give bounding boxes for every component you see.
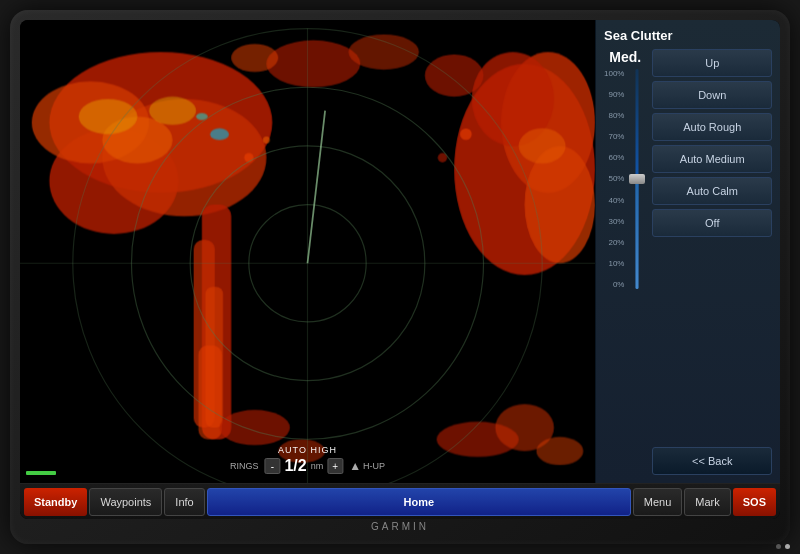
home-button[interactable]: Home (207, 488, 631, 516)
slider-thumb[interactable] (629, 174, 645, 184)
mark-button[interactable]: Mark (684, 488, 730, 516)
standby-button[interactable]: Standby (24, 488, 87, 516)
percentage-labels: 100% 90% 80% 70% 60% 50% 40% 30% 20% 10% (604, 69, 624, 289)
down-button[interactable]: Down (652, 81, 772, 109)
svg-point-18 (231, 44, 278, 72)
radar-info: AUTO HIGH RINGS - 1/2 nm + ▲ H-UP (230, 445, 385, 475)
range-increase-button[interactable]: + (327, 458, 343, 474)
auto-medium-button[interactable]: Auto Medium (652, 145, 772, 173)
svg-point-8 (210, 128, 229, 140)
up-button[interactable]: Up (652, 49, 772, 77)
radar-display: AUTO HIGH RINGS - 1/2 nm + ▲ H-UP (20, 20, 595, 483)
side-panel: Sea Clutter Med. 100% 90% 80% 70% 60% (595, 20, 780, 483)
off-button[interactable]: Off (652, 209, 772, 237)
svg-point-27 (219, 410, 289, 445)
sea-clutter-title: Sea Clutter (604, 28, 772, 43)
device-bottom: GARMIN (20, 519, 780, 534)
svg-point-14 (519, 128, 566, 163)
svg-rect-26 (198, 345, 221, 439)
heading-up-label: ▲ H-UP (349, 459, 385, 473)
svg-point-15 (266, 40, 360, 87)
dot-2 (785, 544, 790, 549)
dot-1 (776, 544, 781, 549)
info-button[interactable]: Info (164, 488, 204, 516)
slider-fill (636, 179, 639, 289)
slider-track-area[interactable] (628, 69, 646, 289)
status-bar-area (26, 471, 56, 475)
range-decrease-button[interactable]: - (264, 458, 280, 474)
slider-container: 100% 90% 80% 70% 60% 50% 40% 30% 20% 10% (604, 69, 646, 289)
svg-point-20 (263, 137, 270, 144)
slider-section: Med. 100% 90% 80% 70% 60% 50% 40% 30% (604, 49, 646, 475)
brand-logo: GARMIN (371, 519, 429, 534)
auto-rough-button[interactable]: Auto Rough (652, 113, 772, 141)
rings-row: RINGS - 1/2 nm + ▲ H-UP (230, 457, 385, 475)
svg-point-31 (536, 437, 583, 465)
clutter-controls: Med. 100% 90% 80% 70% 60% 50% 40% 30% (604, 49, 772, 475)
auto-high-label: AUTO HIGH (278, 445, 337, 455)
svg-point-6 (79, 99, 138, 134)
svg-point-17 (425, 54, 484, 96)
svg-point-19 (244, 153, 253, 162)
bottom-toolbar: Standby Waypoints Info Home Menu Mark SO… (20, 483, 780, 519)
svg-point-7 (149, 97, 196, 125)
menu-button[interactable]: Menu (633, 488, 683, 516)
status-indicator (26, 471, 56, 475)
screen: AUTO HIGH RINGS - 1/2 nm + ▲ H-UP (20, 20, 780, 519)
button-column: Up Down Auto Rough Auto Medium Auto Calm… (652, 49, 772, 475)
main-content: AUTO HIGH RINGS - 1/2 nm + ▲ H-UP (20, 20, 780, 483)
rings-label: RINGS (230, 461, 259, 471)
range-display: - 1/2 nm + (264, 457, 343, 475)
current-value-label: Med. (609, 49, 641, 65)
back-button[interactable]: << Back (652, 447, 772, 475)
auto-calm-button[interactable]: Auto Calm (652, 177, 772, 205)
dot-indicators (776, 544, 790, 549)
sos-button[interactable]: SOS (733, 488, 776, 516)
range-unit: nm (311, 461, 324, 471)
svg-point-21 (460, 128, 472, 140)
range-value: 1/2 (284, 457, 306, 475)
device-frame: AUTO HIGH RINGS - 1/2 nm + ▲ H-UP (10, 10, 790, 544)
waypoints-button[interactable]: Waypoints (89, 488, 162, 516)
svg-point-16 (349, 34, 419, 69)
